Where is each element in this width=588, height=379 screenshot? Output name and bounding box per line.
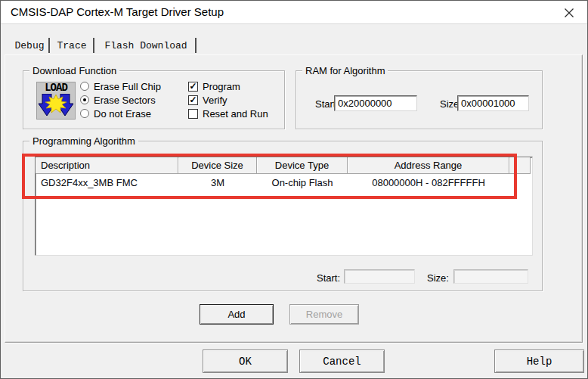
radio-erase-full-chip-label: Erase Full Chip: [94, 81, 161, 92]
checkbox-program[interactable]: ✓ Program: [188, 80, 240, 92]
cell-device-size: 3M: [178, 177, 257, 188]
column-header-filler: [509, 157, 531, 174]
cancel-button[interactable]: Cancel: [299, 349, 385, 373]
algorithm-size-label: Size:: [427, 272, 449, 284]
cell-address-range: 08000000H - 082FFFFFH: [348, 177, 509, 188]
cell-description: GD32F4xx_3MB FMC: [36, 177, 178, 188]
algorithm-start-field: [344, 269, 415, 284]
tab-separator: [93, 38, 94, 53]
ram-for-algorithm-label: RAM for Algorithm: [302, 65, 388, 76]
checkbox-unchecked-icon: [188, 109, 198, 119]
ram-for-algorithm-group: RAM for Algorithm Start: 0x20000000 Size…: [296, 70, 543, 129]
listview-header: Description Device Size Device Type Addr…: [36, 157, 532, 174]
column-header-device-type[interactable]: Device Type: [257, 157, 348, 174]
tab-separator: [48, 38, 50, 53]
target-driver-setup-dialog: CMSIS-DAP Cortex-M Target Driver Setup D…: [0, 0, 588, 379]
ram-size-field[interactable]: 0x00001000: [457, 95, 529, 111]
load-arrows-icon: [38, 94, 74, 118]
close-button[interactable]: [552, 1, 586, 24]
checkbox-reset-and-run-label: Reset and Run: [203, 108, 268, 120]
checkbox-verify-label: Verify: [203, 95, 227, 106]
tab-flash-download-label: Flash Download: [104, 40, 187, 51]
title-bar: CMSIS-DAP Cortex-M Target Driver Setup: [1, 1, 587, 24]
radio-erase-full-chip[interactable]: Erase Full Chip: [80, 80, 161, 92]
programming-algorithm-group: Programming Algorithm Description Device…: [23, 141, 543, 291]
help-button[interactable]: Help: [494, 349, 584, 373]
download-function-label: Download Function: [29, 65, 119, 76]
tab-flash-download[interactable]: Flash Download: [97, 37, 194, 54]
algorithm-row[interactable]: GD32F4xx_3MB FMC 3M On-chip Flash 080000…: [36, 174, 532, 191]
check-mark: ✓: [189, 82, 197, 91]
radio-do-not-erase[interactable]: Do not Erase: [80, 107, 151, 120]
tab-separator: [195, 38, 197, 53]
radio-icon: [80, 82, 89, 91]
close-icon: [565, 8, 574, 17]
algorithm-size-field: [453, 269, 528, 284]
dialog-title: CMSIS-DAP Cortex-M Target Driver Setup: [11, 5, 224, 18]
column-header-address-range[interactable]: Address Range: [348, 157, 509, 174]
cell-device-type: On-chip Flash: [257, 177, 348, 188]
radio-erase-sectors[interactable]: Erase Sectors: [80, 94, 156, 106]
tab-trace[interactable]: Trace: [52, 37, 91, 54]
load-icon-text: LOAD: [37, 82, 75, 94]
load-icon: LOAD: [36, 82, 76, 120]
algorithm-start-label: Start:: [317, 272, 340, 284]
tab-debug-label: Debug: [14, 40, 44, 51]
checkbox-checked-icon: ✓: [188, 82, 198, 92]
programming-algorithm-label: Programming Algorithm: [29, 135, 138, 147]
ok-button[interactable]: OK: [203, 349, 288, 373]
check-mark: ✓: [189, 95, 197, 104]
radio-selected-icon: [80, 95, 89, 104]
checkbox-verify[interactable]: ✓ Verify: [188, 94, 227, 106]
ram-start-field[interactable]: 0x20000000: [334, 95, 417, 111]
checkbox-checked-icon: ✓: [188, 95, 198, 105]
column-header-device-size[interactable]: Device Size: [178, 157, 257, 174]
download-function-group: Download Function LOAD Erase Full Chip E…: [23, 70, 285, 129]
algorithm-listview: Description Device Size Device Type Addr…: [35, 157, 533, 256]
column-header-description[interactable]: Description: [36, 157, 178, 174]
checkbox-program-label: Program: [203, 81, 240, 92]
radio-erase-sectors-label: Erase Sectors: [94, 95, 156, 106]
checkbox-reset-and-run[interactable]: Reset and Run: [188, 107, 268, 120]
radio-do-not-erase-label: Do not Erase: [94, 108, 151, 120]
tab-debug[interactable]: Debug: [11, 37, 48, 54]
remove-button: Remove: [289, 304, 359, 325]
tab-trace-label: Trace: [57, 40, 86, 51]
add-button[interactable]: Add: [200, 304, 274, 325]
radio-icon: [80, 109, 89, 118]
